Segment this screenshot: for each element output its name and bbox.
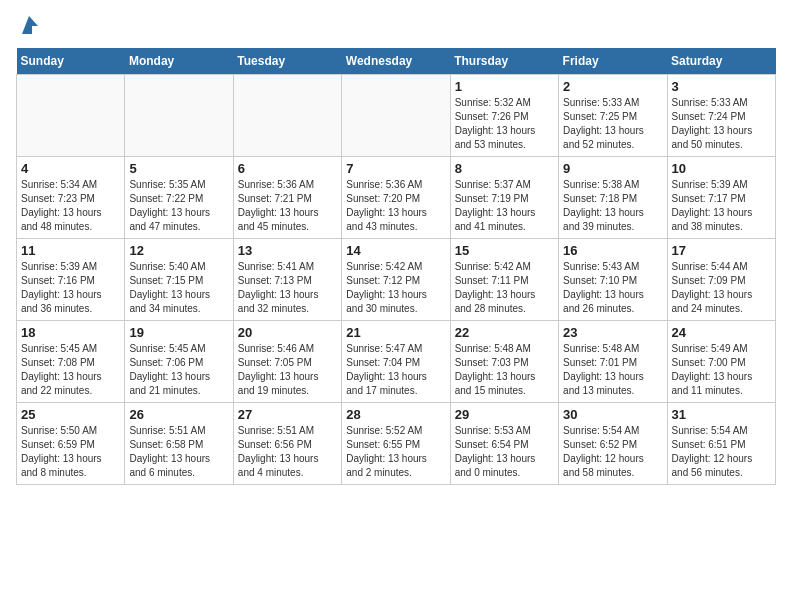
- day-number: 2: [563, 79, 662, 94]
- day-number: 18: [21, 325, 120, 340]
- calendar-cell: 3Sunrise: 5:33 AM Sunset: 7:24 PM Daylig…: [667, 75, 775, 157]
- weekday-header-saturday: Saturday: [667, 48, 775, 75]
- calendar-cell: 1Sunrise: 5:32 AM Sunset: 7:26 PM Daylig…: [450, 75, 558, 157]
- day-number: 21: [346, 325, 445, 340]
- calendar-cell: 22Sunrise: 5:48 AM Sunset: 7:03 PM Dayli…: [450, 321, 558, 403]
- weekday-header-sunday: Sunday: [17, 48, 125, 75]
- day-number: 20: [238, 325, 337, 340]
- day-number: 28: [346, 407, 445, 422]
- calendar-cell: 12Sunrise: 5:40 AM Sunset: 7:15 PM Dayli…: [125, 239, 233, 321]
- calendar-cell: 30Sunrise: 5:54 AM Sunset: 6:52 PM Dayli…: [559, 403, 667, 485]
- day-number: 13: [238, 243, 337, 258]
- day-number: 19: [129, 325, 228, 340]
- day-info: Sunrise: 5:37 AM Sunset: 7:19 PM Dayligh…: [455, 178, 554, 234]
- day-info: Sunrise: 5:45 AM Sunset: 7:06 PM Dayligh…: [129, 342, 228, 398]
- day-info: Sunrise: 5:36 AM Sunset: 7:20 PM Dayligh…: [346, 178, 445, 234]
- day-number: 5: [129, 161, 228, 176]
- calendar-week-4: 18Sunrise: 5:45 AM Sunset: 7:08 PM Dayli…: [17, 321, 776, 403]
- calendar-week-3: 11Sunrise: 5:39 AM Sunset: 7:16 PM Dayli…: [17, 239, 776, 321]
- day-info: Sunrise: 5:39 AM Sunset: 7:17 PM Dayligh…: [672, 178, 771, 234]
- calendar-cell: [125, 75, 233, 157]
- weekday-header-wednesday: Wednesday: [342, 48, 450, 75]
- calendar-cell: 27Sunrise: 5:51 AM Sunset: 6:56 PM Dayli…: [233, 403, 341, 485]
- day-number: 29: [455, 407, 554, 422]
- day-info: Sunrise: 5:38 AM Sunset: 7:18 PM Dayligh…: [563, 178, 662, 234]
- day-info: Sunrise: 5:48 AM Sunset: 7:03 PM Dayligh…: [455, 342, 554, 398]
- calendar-cell: 11Sunrise: 5:39 AM Sunset: 7:16 PM Dayli…: [17, 239, 125, 321]
- day-info: Sunrise: 5:48 AM Sunset: 7:01 PM Dayligh…: [563, 342, 662, 398]
- calendar-header-row: SundayMondayTuesdayWednesdayThursdayFrid…: [17, 48, 776, 75]
- weekday-header-thursday: Thursday: [450, 48, 558, 75]
- day-number: 30: [563, 407, 662, 422]
- day-info: Sunrise: 5:44 AM Sunset: 7:09 PM Dayligh…: [672, 260, 771, 316]
- day-info: Sunrise: 5:36 AM Sunset: 7:21 PM Dayligh…: [238, 178, 337, 234]
- day-info: Sunrise: 5:35 AM Sunset: 7:22 PM Dayligh…: [129, 178, 228, 234]
- day-info: Sunrise: 5:43 AM Sunset: 7:10 PM Dayligh…: [563, 260, 662, 316]
- day-info: Sunrise: 5:52 AM Sunset: 6:55 PM Dayligh…: [346, 424, 445, 480]
- calendar-cell: [233, 75, 341, 157]
- calendar-cell: 28Sunrise: 5:52 AM Sunset: 6:55 PM Dayli…: [342, 403, 450, 485]
- calendar-cell: 7Sunrise: 5:36 AM Sunset: 7:20 PM Daylig…: [342, 157, 450, 239]
- day-number: 24: [672, 325, 771, 340]
- weekday-header-friday: Friday: [559, 48, 667, 75]
- calendar-cell: 9Sunrise: 5:38 AM Sunset: 7:18 PM Daylig…: [559, 157, 667, 239]
- day-info: Sunrise: 5:46 AM Sunset: 7:05 PM Dayligh…: [238, 342, 337, 398]
- calendar-cell: 4Sunrise: 5:34 AM Sunset: 7:23 PM Daylig…: [17, 157, 125, 239]
- day-number: 4: [21, 161, 120, 176]
- calendar-cell: 14Sunrise: 5:42 AM Sunset: 7:12 PM Dayli…: [342, 239, 450, 321]
- day-number: 9: [563, 161, 662, 176]
- day-info: Sunrise: 5:40 AM Sunset: 7:15 PM Dayligh…: [129, 260, 228, 316]
- calendar-cell: [17, 75, 125, 157]
- calendar-week-2: 4Sunrise: 5:34 AM Sunset: 7:23 PM Daylig…: [17, 157, 776, 239]
- calendar-cell: 21Sunrise: 5:47 AM Sunset: 7:04 PM Dayli…: [342, 321, 450, 403]
- calendar-cell: 15Sunrise: 5:42 AM Sunset: 7:11 PM Dayli…: [450, 239, 558, 321]
- svg-marker-0: [22, 16, 38, 34]
- calendar-cell: 17Sunrise: 5:44 AM Sunset: 7:09 PM Dayli…: [667, 239, 775, 321]
- calendar-cell: 18Sunrise: 5:45 AM Sunset: 7:08 PM Dayli…: [17, 321, 125, 403]
- page-header: [16, 16, 776, 36]
- day-number: 31: [672, 407, 771, 422]
- calendar-cell: 24Sunrise: 5:49 AM Sunset: 7:00 PM Dayli…: [667, 321, 775, 403]
- day-number: 22: [455, 325, 554, 340]
- day-info: Sunrise: 5:42 AM Sunset: 7:12 PM Dayligh…: [346, 260, 445, 316]
- calendar-cell: 26Sunrise: 5:51 AM Sunset: 6:58 PM Dayli…: [125, 403, 233, 485]
- day-number: 15: [455, 243, 554, 258]
- calendar-cell: 19Sunrise: 5:45 AM Sunset: 7:06 PM Dayli…: [125, 321, 233, 403]
- day-info: Sunrise: 5:54 AM Sunset: 6:52 PM Dayligh…: [563, 424, 662, 480]
- day-number: 3: [672, 79, 771, 94]
- day-number: 23: [563, 325, 662, 340]
- day-info: Sunrise: 5:50 AM Sunset: 6:59 PM Dayligh…: [21, 424, 120, 480]
- day-info: Sunrise: 5:54 AM Sunset: 6:51 PM Dayligh…: [672, 424, 771, 480]
- day-number: 17: [672, 243, 771, 258]
- day-number: 14: [346, 243, 445, 258]
- day-info: Sunrise: 5:39 AM Sunset: 7:16 PM Dayligh…: [21, 260, 120, 316]
- day-number: 25: [21, 407, 120, 422]
- calendar-cell: 29Sunrise: 5:53 AM Sunset: 6:54 PM Dayli…: [450, 403, 558, 485]
- calendar-week-1: 1Sunrise: 5:32 AM Sunset: 7:26 PM Daylig…: [17, 75, 776, 157]
- calendar-cell: 5Sunrise: 5:35 AM Sunset: 7:22 PM Daylig…: [125, 157, 233, 239]
- calendar-cell: 20Sunrise: 5:46 AM Sunset: 7:05 PM Dayli…: [233, 321, 341, 403]
- calendar-cell: 8Sunrise: 5:37 AM Sunset: 7:19 PM Daylig…: [450, 157, 558, 239]
- calendar-cell: 2Sunrise: 5:33 AM Sunset: 7:25 PM Daylig…: [559, 75, 667, 157]
- calendar-cell: 16Sunrise: 5:43 AM Sunset: 7:10 PM Dayli…: [559, 239, 667, 321]
- calendar-cell: 13Sunrise: 5:41 AM Sunset: 7:13 PM Dayli…: [233, 239, 341, 321]
- day-info: Sunrise: 5:47 AM Sunset: 7:04 PM Dayligh…: [346, 342, 445, 398]
- logo-icon: [18, 14, 40, 36]
- day-info: Sunrise: 5:45 AM Sunset: 7:08 PM Dayligh…: [21, 342, 120, 398]
- day-number: 16: [563, 243, 662, 258]
- calendar-cell: 23Sunrise: 5:48 AM Sunset: 7:01 PM Dayli…: [559, 321, 667, 403]
- day-number: 11: [21, 243, 120, 258]
- weekday-header-monday: Monday: [125, 48, 233, 75]
- day-number: 1: [455, 79, 554, 94]
- day-info: Sunrise: 5:32 AM Sunset: 7:26 PM Dayligh…: [455, 96, 554, 152]
- day-number: 8: [455, 161, 554, 176]
- day-number: 7: [346, 161, 445, 176]
- weekday-header-tuesday: Tuesday: [233, 48, 341, 75]
- day-info: Sunrise: 5:51 AM Sunset: 6:58 PM Dayligh…: [129, 424, 228, 480]
- day-info: Sunrise: 5:42 AM Sunset: 7:11 PM Dayligh…: [455, 260, 554, 316]
- day-info: Sunrise: 5:49 AM Sunset: 7:00 PM Dayligh…: [672, 342, 771, 398]
- day-number: 6: [238, 161, 337, 176]
- day-info: Sunrise: 5:34 AM Sunset: 7:23 PM Dayligh…: [21, 178, 120, 234]
- day-number: 10: [672, 161, 771, 176]
- day-number: 12: [129, 243, 228, 258]
